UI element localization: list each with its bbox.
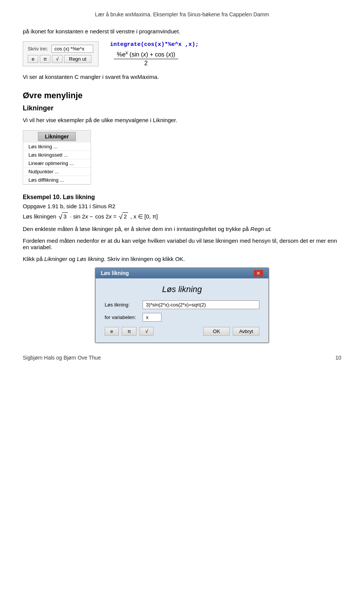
btn-regnut[interactable]: Regn ut (64, 55, 91, 63)
input-label: Skriv inn: (28, 46, 48, 52)
header-title: Lær å bruke wxMaxima. Eksempler fra Sinu… (95, 11, 269, 17)
page-footer: Sigbjørn Hals og Bjørn Ove Thue 10 (23, 355, 341, 361)
fraction-denominator: 2 (141, 59, 151, 67)
result-fraction: %ex (sin (x) + cos (x)) 2 (114, 50, 178, 67)
integrate-result: integrate(cos(x)*%e^x ,x); %ex (sin (x) … (110, 41, 199, 67)
body3-likninger: Likninger (44, 256, 67, 262)
section-desc-likninger: Vi vil her vise eksempler på de ulike me… (23, 117, 341, 123)
dialog-screenshot: Løs likning ✕ Løs likning Løs likning: 3… (95, 267, 269, 343)
body3-los: Løs likning. (77, 256, 106, 262)
oppgave-text: Oppgave 1.91 b, side 131 i Sinus R2 (23, 203, 341, 209)
body3-prefix: Klikk på (23, 256, 44, 262)
dialog-label-los: Løs likning: (105, 302, 139, 308)
dialog-btn-avbryt[interactable]: Avbryt (233, 327, 259, 336)
footer-authors: Sigbjørn Hals og Bjørn Ove Thue (23, 355, 101, 361)
result-parens: (sin (x) + cos (x)) (130, 51, 175, 58)
cos-label: cos 2x = (95, 213, 116, 220)
eq-sqrt3: √3 (58, 212, 67, 220)
fraction-numerator: %ex (sin (x) + cos (x)) (114, 50, 178, 59)
result-exp-base: %ex (117, 51, 128, 58)
wx-input-panel: Skriv inn: cos (x) *%e^x e π √ Regn ut (23, 41, 99, 66)
dialog-btn-pi[interactable]: π (122, 327, 136, 336)
regnut-italic: Regn ut. (250, 226, 272, 232)
intro-text: på ikonet for konstanten e nederst til v… (23, 28, 341, 35)
body-text-1: Den enkleste måten å løse likninger på, … (23, 226, 341, 232)
dialog-buttons-row: e π √ OK Avbryt (105, 327, 259, 336)
body3-og: og (67, 256, 77, 262)
wx-input-field[interactable]: cos (x) *%e^x (52, 45, 93, 53)
dialog-body: Løs likning Løs likning: 3)*sin(2*x)-cos… (96, 278, 268, 342)
btn-e[interactable]: e (28, 55, 38, 63)
menu-item-2[interactable]: Løs likningssett ... (23, 151, 91, 159)
eq-body: · sin 2x − (70, 213, 93, 220)
body3-suffix: Skriv inn likningen og klikk OK. (105, 256, 185, 262)
dialog-btn-ok[interactable]: OK (203, 327, 230, 336)
los-text: Løs likningen (23, 213, 56, 220)
dialog-title-bar: Løs likning ✕ (96, 268, 268, 278)
exp-x: x (126, 50, 128, 55)
wx-buttons: e π √ Regn ut (28, 55, 94, 63)
eq-sqrt2: √2 (119, 212, 128, 220)
menu-item-1[interactable]: Løs likning ... (23, 143, 91, 151)
dialog-row-los: Løs likning: 3)*sin(2*x)-cos(2*x)=sqrt(2… (105, 300, 259, 309)
btn-sqrt[interactable]: √ (52, 55, 63, 63)
dialog-row-var: for variabelen: x (105, 313, 259, 322)
body-text-3: Klikk på Likninger og Løs likning. Skriv… (23, 256, 341, 262)
vis-text: Vi ser at konstanten C mangler i svaret … (23, 74, 341, 80)
section-title-ovre: Øvre menylinje (23, 91, 341, 101)
menu-title-bar: Likninger (38, 132, 76, 141)
body-text-2: Fordelen med måten nedenfor er at du kan… (23, 237, 341, 250)
menu-header: Likninger (23, 130, 91, 143)
menu-item-5[interactable]: Løs difflikning ... (23, 176, 91, 184)
dialog-label-var: for variabelen: (105, 314, 139, 320)
screenshot-box: Skriv inn: cos (x) *%e^x e π √ Regn ut i… (23, 41, 341, 67)
equation-line: Løs likningen √3 · sin 2x − cos 2x = √2 … (23, 212, 341, 220)
subsection-title-likninger: Likninger (23, 104, 341, 112)
dialog-btn-sqrt[interactable]: √ (140, 327, 154, 336)
example-header: Eksempel 10. Løs likning (23, 194, 341, 201)
menu-screenshot: Likninger Løs likning ... Løs likningsse… (23, 130, 91, 185)
btn-pi[interactable]: π (40, 55, 50, 63)
integrate-formula: %ex (sin (x) + cos (x)) 2 (114, 50, 178, 67)
dialog-input-var[interactable]: x (143, 313, 162, 322)
integrate-command: integrate(cos(x)*%e^x ,x); (110, 41, 199, 48)
eq-domain: , x ∈ [0, π] (130, 213, 158, 220)
page-header: Lær å bruke wxMaxima. Eksempler fra Sinu… (23, 11, 341, 17)
dialog-input-los[interactable]: 3)*sin(2*x)-cos(2*x)=sqrt(2) (143, 300, 259, 309)
footer-page-number: 10 (335, 355, 341, 361)
dialog-close-btn[interactable]: ✕ (254, 270, 263, 277)
menu-item-4[interactable]: Nullpunkter ... (23, 168, 91, 176)
menu-items-list: Løs likning ... Løs likningssett ... Lin… (23, 143, 91, 184)
dialog-btn-e[interactable]: e (105, 327, 119, 336)
wx-input-row: Skriv inn: cos (x) *%e^x (28, 45, 94, 53)
dialog-title-text: Løs likning (101, 270, 129, 276)
menu-item-3[interactable]: Lineær optimering ... (23, 159, 91, 168)
dialog-heading: Løs likning (105, 284, 259, 294)
